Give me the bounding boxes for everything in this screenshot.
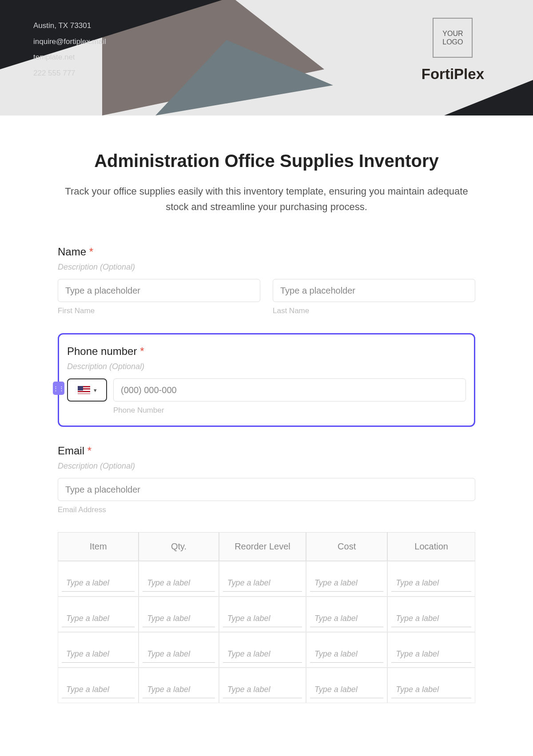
table-cell [139,597,219,632]
table-cell [306,668,387,703]
cell-input[interactable] [223,646,302,663]
table-row [58,561,475,597]
country-code-selector[interactable]: ▾ [67,378,107,402]
table-cell [58,561,139,597]
cell-input[interactable] [391,575,471,592]
required-mark: * [88,445,91,457]
table-cell [306,632,387,668]
inventory-table: Item Qty. Reorder Level Cost Location [58,532,475,703]
chevron-down-icon: ▾ [94,387,97,394]
cell-input[interactable] [310,610,383,627]
table-cell [139,668,219,703]
table-cell [306,597,387,632]
table-header-row: Item Qty. Reorder Level Cost Location [58,532,475,561]
contact-address: Austin, TX 73301 [33,18,106,34]
table-cell [219,561,306,597]
email-field-block: Email * Description (Optional) Email Add… [58,445,475,514]
table-cell [387,668,475,703]
table-cell [139,632,219,668]
brand-name: FortiPlex [422,66,484,83]
table-row [58,597,475,632]
cell-input[interactable] [143,681,215,698]
phone-desc: Description (Optional) [67,362,466,371]
col-location: Location [387,532,475,561]
cell-input[interactable] [310,681,383,698]
contact-phone: 222 555 777 [33,65,106,81]
table-cell [387,597,475,632]
phone-label: Phone number * [67,345,466,358]
email-input[interactable] [58,478,475,501]
contact-email: inquire@fortiplex.mail [33,34,106,50]
table-cell [306,561,387,597]
cell-input[interactable] [223,610,302,627]
name-field-block: Name * Description (Optional) First Name… [58,246,475,315]
name-desc: Description (Optional) [58,263,475,272]
col-cost: Cost [306,532,387,561]
header-banner: Austin, TX 73301 inquire@fortiplex.mail … [0,0,533,115]
cell-input[interactable] [143,575,215,592]
contact-website: template.net [33,49,106,65]
col-qty: Qty. [139,532,219,561]
phone-sublabel: Phone Number [113,406,466,415]
cell-input[interactable] [223,575,302,592]
page-title: Administration Office Supplies Inventory [58,151,475,171]
table-row [58,632,475,668]
col-item: Item [58,532,139,561]
table-cell [58,668,139,703]
required-mark: * [89,246,93,258]
decor-shape [444,80,533,115]
logo-block: YOURLOGO FortiPlex [422,18,484,83]
cell-input[interactable] [62,681,135,698]
cell-input[interactable] [391,681,471,698]
last-name-sublabel: Last Name [273,306,475,315]
cell-input[interactable] [310,575,383,592]
logo-placeholder: YOURLOGO [433,18,473,58]
us-flag-icon [78,386,90,394]
first-name-sublabel: First Name [58,306,260,315]
phone-field-block-selected[interactable]: ⋮⋮ Phone number * Description (Optional)… [58,333,475,427]
phone-number-input[interactable] [113,378,466,402]
email-label: Email * [58,445,475,457]
email-desc: Description (Optional) [58,462,475,471]
col-reorder: Reorder Level [219,532,306,561]
name-label: Name * [58,246,475,258]
cell-input[interactable] [391,646,471,663]
cell-input[interactable] [143,646,215,663]
cell-input[interactable] [310,646,383,663]
table-cell [219,632,306,668]
table-cell [139,561,219,597]
table-row [58,668,475,703]
drag-handle-icon[interactable]: ⋮⋮ [53,382,64,395]
table-cell [219,597,306,632]
required-mark: * [140,345,144,357]
cell-input[interactable] [62,610,135,627]
contact-info: Austin, TX 73301 inquire@fortiplex.mail … [33,18,106,81]
cell-input[interactable] [223,681,302,698]
table-cell [58,597,139,632]
table-cell [387,561,475,597]
table-cell [58,632,139,668]
page-subtitle: Track your office supplies easily with t… [58,183,475,215]
table-cell [219,668,306,703]
form-page: Administration Office Supplies Inventory… [0,115,533,721]
cell-input[interactable] [143,610,215,627]
email-sublabel: Email Address [58,505,475,514]
cell-input[interactable] [62,575,135,592]
table-cell [387,632,475,668]
first-name-input[interactable] [58,279,260,302]
cell-input[interactable] [391,610,471,627]
cell-input[interactable] [62,646,135,663]
last-name-input[interactable] [273,279,475,302]
